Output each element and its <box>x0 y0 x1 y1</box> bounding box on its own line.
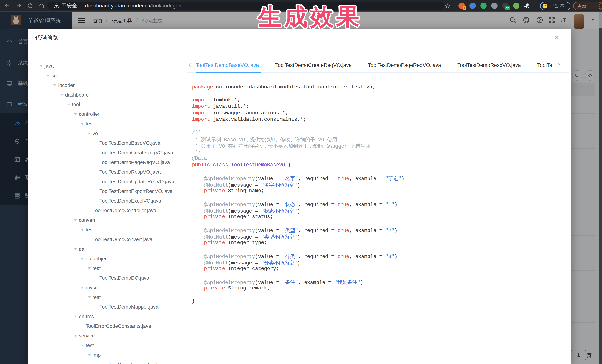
tree-node[interactable]: controller <box>35 109 183 119</box>
caret-down-icon[interactable] <box>74 335 79 337</box>
browser-forward-icon[interactable] <box>16 3 22 9</box>
caret-down-icon[interactable] <box>40 65 44 67</box>
tree-node[interactable]: ToolTestDemoBaseVO.java <box>35 138 183 148</box>
address-bar[interactable]: 不安全 dashboard.yudao.iocoder.cn/tool/code… <box>47 2 444 10</box>
tree-node[interactable]: test <box>35 119 183 129</box>
security-label[interactable]: 不安全 <box>62 2 77 9</box>
browser-reload-icon[interactable] <box>27 3 33 9</box>
tree-node[interactable]: ToolErrorCodeConstants.java <box>35 321 183 331</box>
caret-down-icon[interactable] <box>81 258 86 260</box>
tree-node[interactable]: ToolTestDemoServiceImpl.java <box>35 360 183 364</box>
code-line: * 测试示例 Base VO，提供给添加、修改、详细的子 VO 使用 <box>192 136 563 143</box>
tree-node[interactable]: test <box>35 292 183 302</box>
tree-node[interactable]: ToolTestDemoConvert.java <box>35 235 183 244</box>
caret-down-icon[interactable] <box>81 344 86 346</box>
green-circle-extension-icon[interactable] <box>480 3 487 9</box>
grid-extension-icon[interactable] <box>491 3 498 9</box>
file-tab[interactable]: ToolTe <box>537 60 552 71</box>
file-tab[interactable]: ToolTestDemoPageReqVO.java <box>368 60 441 71</box>
tree-node[interactable]: dal <box>35 244 183 254</box>
tree-node[interactable]: test <box>35 264 183 273</box>
menu-dots-icon[interactable] <box>599 3 600 9</box>
caret-down-icon[interactable] <box>81 229 86 231</box>
tree-node[interactable]: java <box>35 61 183 71</box>
caret-down-icon[interactable] <box>67 104 72 105</box>
tree-node[interactable]: cn <box>35 71 183 80</box>
tabs: ToolTestDemoBaseVO.javaToolTestDemoCreat… <box>196 60 555 71</box>
tree-node[interactable]: mysql <box>35 283 183 292</box>
browser-home-icon[interactable] <box>39 3 45 9</box>
close-icon[interactable]: × <box>554 32 559 42</box>
caret-down-icon[interactable] <box>88 133 93 134</box>
tree-node[interactable]: dataobject <box>35 254 183 264</box>
update-button[interactable]: 更新 <box>573 2 602 10</box>
tree-node[interactable]: ToolTestDemoExportReqVO.java <box>35 187 183 196</box>
tree-node[interactable]: ToolTestDemoCreateReqVO.java <box>35 148 183 157</box>
annotation-text: 生成效果 <box>258 1 362 33</box>
tree-node[interactable]: impl <box>35 350 183 360</box>
ubuntu-extension-icon[interactable]: 1 <box>458 3 465 9</box>
caret-down-icon[interactable] <box>54 84 58 86</box>
caret-down-icon[interactable] <box>88 267 93 269</box>
list-extension-icon[interactable]: on <box>502 3 508 9</box>
caret-down-icon[interactable] <box>81 123 86 125</box>
tree-node-label: test <box>86 227 94 233</box>
tree-node[interactable]: ToolTestDemoUpdateReqVO.java <box>35 177 183 187</box>
code-line: */ <box>192 149 563 156</box>
tree-node[interactable]: vo <box>35 129 183 138</box>
code-line: @NotNull(message = "分类不能为空") <box>192 260 563 266</box>
file-tab[interactable]: ToolTestDemoRespVO.java <box>457 60 521 71</box>
code-line <box>192 195 563 201</box>
tree-node[interactable]: ToolTestDemoMapper.java <box>35 302 183 312</box>
tabs-scroll-right-icon[interactable] <box>557 63 562 68</box>
code-line <box>192 247 563 253</box>
tree-node[interactable]: test <box>35 225 183 235</box>
puzzle-extension-icon[interactable] <box>524 3 530 9</box>
tree-node[interactable]: ToolTestDemoExcelVO.java <box>35 196 183 206</box>
tree-node[interactable]: ToolTestDemoRespVO.java <box>35 167 183 177</box>
code-line: @ApiModelProperty(value = "分类", required… <box>192 253 563 260</box>
tree-node-label: controller <box>79 111 99 117</box>
code-line: package cn.iocoder.dashboard.modules.too… <box>192 84 563 91</box>
tree-node[interactable]: dashboard <box>35 90 183 100</box>
tree-node[interactable]: ToolTestDemoPageReqVO.java <box>35 157 183 167</box>
bookmark-star-icon[interactable] <box>445 3 451 9</box>
caret-down-icon[interactable] <box>74 248 79 250</box>
file-tab[interactable]: ToolTestDemoCreateReqVO.java <box>275 60 352 71</box>
caret-down-icon <box>95 306 99 308</box>
tree-node[interactable]: test <box>35 341 183 350</box>
caret-down-icon[interactable] <box>88 354 93 356</box>
tree-node[interactable]: service <box>35 331 183 341</box>
page-scrollbar[interactable] <box>599 11 602 364</box>
extension-badge: on <box>505 6 510 10</box>
tree-node[interactable]: enums <box>35 312 183 321</box>
tree-node-label: ToolTestDemoMapper.java <box>99 304 158 310</box>
divider <box>81 3 81 8</box>
browser-back-icon[interactable] <box>4 3 11 9</box>
caret-down-icon[interactable] <box>81 287 86 289</box>
sprout-extension-icon[interactable] <box>513 3 519 9</box>
caret-down-icon[interactable] <box>47 75 51 77</box>
caret-down-icon[interactable] <box>60 94 65 96</box>
caret-down-icon[interactable] <box>74 113 79 115</box>
paused-chip[interactable]: 已暂停 <box>540 2 570 10</box>
caret-down-icon[interactable] <box>88 296 93 298</box>
tree-node[interactable]: convert <box>35 215 183 225</box>
tree-node[interactable]: tool <box>35 100 183 109</box>
code-line: private String remark; <box>192 285 563 292</box>
url-host: dashboard.yudao.iocoder.cn <box>85 3 150 9</box>
tabs-scroll-left-icon[interactable] <box>188 63 193 68</box>
caret-down-icon <box>95 181 99 183</box>
file-tab[interactable]: ToolTestDemoBaseVO.java <box>196 60 259 71</box>
gem-extension-icon[interactable] <box>469 3 476 9</box>
tree-node[interactable]: iocoder <box>35 80 183 90</box>
tree-node-label: test <box>93 294 101 300</box>
caret-down-icon <box>95 200 99 202</box>
caret-down-icon[interactable] <box>74 219 79 221</box>
url-path: /tool/codegen <box>150 3 181 9</box>
tree-node-label: test <box>93 266 101 271</box>
caret-down-icon[interactable] <box>74 316 79 317</box>
tree-node[interactable]: ToolTestDemoDO.java <box>35 273 183 283</box>
tree-node[interactable]: ToolTestDemoController.java <box>35 206 183 215</box>
code-line: private Integer status; <box>192 214 563 220</box>
